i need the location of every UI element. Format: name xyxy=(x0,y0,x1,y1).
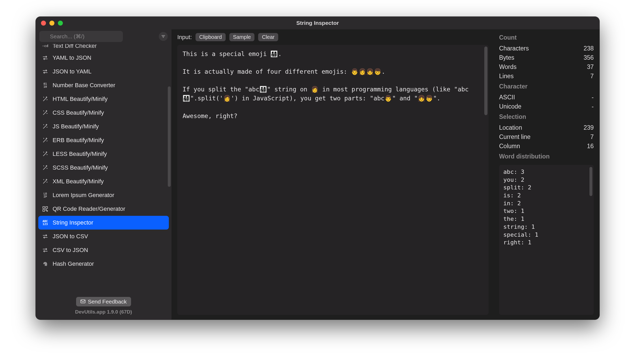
input-text: This is a special emoji 👨‍👩‍👧‍👦. It is a… xyxy=(183,50,483,121)
svg-rect-7 xyxy=(43,209,45,211)
clipboard-button[interactable]: Clipboard xyxy=(196,33,226,41)
sidebar-item-label: XML Beautify/Minify xyxy=(53,178,104,185)
main-panel: Input: Clipboard Sample Clear This is a … xyxy=(171,29,494,320)
abc123-icon: ABC123 xyxy=(41,219,49,226)
swap-icon xyxy=(41,233,49,240)
sidebar-item-label: String Inspector xyxy=(53,219,93,226)
sidebar-item-json-to-yaml[interactable]: JSON to YAML xyxy=(38,65,169,78)
window-minimize-button[interactable] xyxy=(49,21,54,26)
sidebar-item-js-beautify-minify[interactable]: JS Beautify/Minify xyxy=(38,120,169,133)
sidebar-item-yaml-to-json[interactable]: YAML to JSON xyxy=(38,51,169,65)
stats-panel: Count Characters 238 Bytes 356 Words 37 … xyxy=(494,29,600,320)
editor-scrollbar[interactable] xyxy=(484,46,487,115)
wand-icon xyxy=(41,123,49,130)
sidebar-item-label: ERB Beautify/Minify xyxy=(53,137,104,144)
distribution-scrollbar[interactable] xyxy=(589,167,592,196)
word-distribution-text: abc: 3 you: 2 split: 2 is: 2 in: 2 two: … xyxy=(503,168,589,246)
sidebar-item-label: CSV to JSON xyxy=(53,247,88,254)
svg-rect-6 xyxy=(46,207,48,208)
window-close-button[interactable] xyxy=(41,21,46,26)
wand-icon xyxy=(41,178,49,185)
sidebar-item-erb-beautify-minify[interactable]: ERB Beautify/Minify xyxy=(38,133,169,147)
sidebar-item-less-beautify-minify[interactable]: LESS Beautify/Minify xyxy=(38,147,169,161)
sidebar-item-qr-code-reader-generator[interactable]: QR Code Reader/Generator xyxy=(38,202,169,216)
app-window: String Inspector -cd Text Diff Checker xyxy=(36,17,600,320)
sample-button[interactable]: Sample xyxy=(229,33,255,41)
diff-icon: -cd xyxy=(41,44,49,49)
qr-icon xyxy=(41,205,49,213)
fingerprint-icon xyxy=(41,260,49,268)
titlebar: String Inspector xyxy=(36,17,600,29)
wand-icon xyxy=(41,150,49,158)
sidebar: -cd Text Diff Checker YAML to JSONJSON t… xyxy=(36,29,171,320)
svg-rect-8 xyxy=(46,209,47,210)
wand-icon xyxy=(41,137,49,144)
sidebar-item-string-inspector[interactable]: ABC123String Inspector xyxy=(38,216,169,230)
character-heading: Character xyxy=(499,83,594,90)
filter-button[interactable] xyxy=(159,32,168,41)
sidebar-item-label: YAML to JSON xyxy=(53,54,91,61)
sidebar-item-label: JSON to CSV xyxy=(53,233,88,240)
search-input[interactable] xyxy=(39,31,123,42)
sidebar-item-label: JSON to YAML xyxy=(53,68,91,75)
window-title: String Inspector xyxy=(36,20,600,26)
wand-icon xyxy=(41,109,49,116)
stat-current-line: Current line 7 xyxy=(499,132,594,142)
stat-lines: Lines 7 xyxy=(499,72,594,81)
sidebar-item-csv-to-json[interactable]: CSV to JSON xyxy=(38,243,169,257)
sidebar-item-json-to-csv[interactable]: JSON to CSV xyxy=(38,230,169,243)
sidebar-item-scss-beautify-minify[interactable]: SCSS Beautify/Minify xyxy=(38,161,169,175)
stat-bytes: Bytes 356 xyxy=(499,53,594,62)
stat-characters: Characters 238 xyxy=(499,44,594,53)
sidebar-item-text-diff-checker[interactable]: -cd Text Diff Checker xyxy=(38,44,169,51)
swap-icon xyxy=(41,54,49,62)
sidebar-scrollbar[interactable] xyxy=(168,86,171,187)
mail-icon xyxy=(80,298,86,305)
sidebar-item-label: Hash Generator xyxy=(53,260,94,267)
sidebar-item-label: HTML Beautify/Minify xyxy=(53,96,108,102)
swap-icon xyxy=(41,246,49,254)
sidebar-item-label: LESS Beautify/Minify xyxy=(53,151,107,157)
sidebar-item-label: Text Diff Checker xyxy=(53,44,97,49)
svg-rect-5 xyxy=(43,207,45,208)
sidebar-item-number-base-converter[interactable]: 0110Number Base Converter xyxy=(38,78,169,92)
clear-button[interactable]: Clear xyxy=(258,33,278,41)
send-feedback-label: Send Feedback xyxy=(88,298,127,305)
wand-icon xyxy=(41,164,49,171)
distribution-heading: Word distribution xyxy=(499,153,594,160)
sidebar-item-label: Number Base Converter xyxy=(53,82,115,89)
lorem-icon: LOIP xyxy=(41,192,49,199)
sidebar-item-xml-beautify-minify[interactable]: XML Beautify/Minify xyxy=(38,175,169,188)
version-label: DevUtils.app 1.9.0 (67D) xyxy=(36,309,171,315)
sidebar-item-html-beautify-minify[interactable]: HTML Beautify/Minify xyxy=(38,92,169,106)
input-label: Input: xyxy=(177,34,192,41)
sidebar-item-label: JS Beautify/Minify xyxy=(53,123,99,130)
swap-icon xyxy=(41,68,49,75)
window-zoom-button[interactable] xyxy=(58,21,63,26)
send-feedback-button[interactable]: Send Feedback xyxy=(76,297,131,306)
sidebar-item-label: SCSS Beautify/Minify xyxy=(53,164,108,171)
binary-icon: 0110 xyxy=(41,82,49,89)
stat-unicode: Unicode - xyxy=(499,102,594,111)
sidebar-item-hash-generator[interactable]: Hash Generator xyxy=(38,257,169,271)
stat-ascii: ASCII - xyxy=(499,93,594,102)
stat-location: Location 239 xyxy=(499,123,594,132)
sidebar-item-label: CSS Beautify/Minify xyxy=(53,109,104,116)
input-editor[interactable]: This is a special emoji 👨‍👩‍👧‍👦. It is a… xyxy=(177,45,489,315)
wand-icon xyxy=(41,95,49,103)
svg-rect-9 xyxy=(47,211,48,211)
word-distribution-box[interactable]: abc: 3 you: 2 split: 2 is: 2 in: 2 two: … xyxy=(499,165,594,315)
sidebar-item-css-beautify-minify[interactable]: CSS Beautify/Minify xyxy=(38,106,169,120)
tool-list: -cd Text Diff Checker YAML to JSONJSON t… xyxy=(36,44,171,293)
stat-words: Words 37 xyxy=(499,62,594,72)
svg-rect-10 xyxy=(81,300,85,303)
count-heading: Count xyxy=(499,34,594,41)
stat-column: Column 16 xyxy=(499,142,594,151)
sidebar-item-lorem-ipsum-generator[interactable]: LOIPLorem Ipsum Generator xyxy=(38,188,169,202)
selection-heading: Selection xyxy=(499,113,594,120)
sidebar-item-label: Lorem Ipsum Generator xyxy=(53,192,114,199)
sidebar-item-label: QR Code Reader/Generator xyxy=(53,206,125,212)
